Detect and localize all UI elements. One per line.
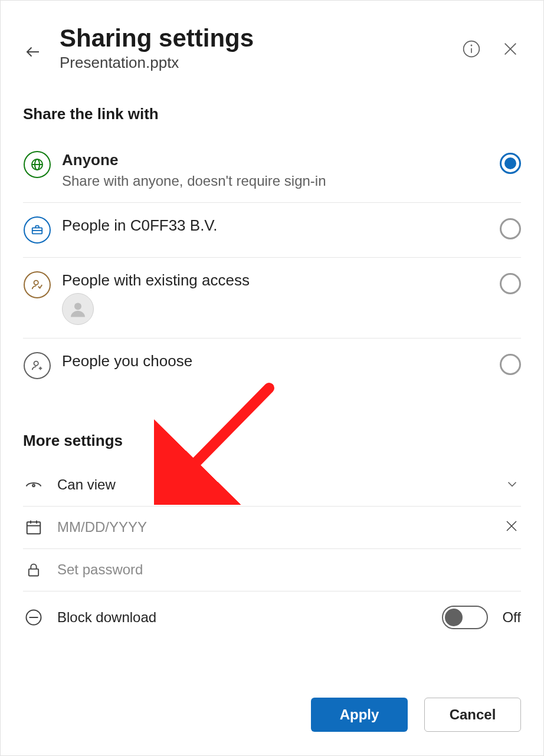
option-body: People in C0FF33 B.V. — [62, 216, 489, 236]
expiration-date-field[interactable] — [23, 507, 521, 549]
block-download-row: Block download Off — [23, 596, 521, 639]
option-subtitle: Share with anyone, doesn't require sign-… — [62, 173, 489, 189]
share-option-existing[interactable]: People with existing access — [23, 258, 521, 338]
lock-icon — [23, 561, 44, 578]
briefcase-icon — [23, 216, 51, 244]
option-title: Anyone — [62, 150, 489, 170]
option-title: People with existing access — [62, 271, 489, 291]
more-settings-heading: More settings — [23, 432, 521, 450]
permission-dropdown[interactable]: Can view — [23, 464, 521, 507]
svg-rect-29 — [29, 569, 38, 576]
password-input[interactable] — [57, 561, 521, 578]
svg-rect-17 — [27, 522, 41, 534]
radio-org[interactable] — [500, 218, 521, 239]
title-block: Sharing settings Presentation.pptx — [60, 24, 444, 72]
back-button[interactable] — [23, 42, 43, 62]
radio-anyone[interactable] — [500, 153, 521, 174]
share-option-anyone[interactable]: Anyone Share with anyone, doesn't requir… — [23, 137, 521, 203]
option-body: People with existing access — [62, 271, 489, 325]
person-plus-icon — [23, 351, 51, 380]
toggle-knob — [445, 609, 463, 626]
block-download-toggle[interactable] — [442, 606, 488, 629]
svg-point-3 — [471, 45, 471, 45]
option-body: Anyone Share with anyone, doesn't requir… — [62, 150, 489, 189]
avatar — [62, 293, 94, 325]
more-settings: More settings Can view — [23, 432, 521, 639]
svg-point-12 — [74, 303, 81, 310]
block-download-icon — [23, 609, 44, 626]
password-field-row[interactable] — [23, 549, 521, 591]
share-option-list: Anyone Share with anyone, doesn't requir… — [23, 137, 521, 393]
option-title: People you choose — [62, 351, 489, 372]
clear-icon — [504, 519, 519, 533]
toggle-state-label: Off — [502, 609, 521, 626]
person-check-icon — [23, 271, 51, 299]
block-download-label: Block download — [57, 609, 429, 626]
apply-button[interactable]: Apply — [311, 698, 408, 732]
clear-date-button[interactable] — [504, 519, 521, 535]
header: Sharing settings Presentation.pptx — [23, 24, 521, 72]
footer: Apply Cancel — [23, 698, 521, 732]
option-body: People you choose — [62, 351, 489, 372]
info-button[interactable] — [461, 38, 482, 60]
radio-choose[interactable] — [500, 354, 521, 375]
permission-label: Can view — [57, 476, 491, 493]
calendar-icon — [23, 518, 44, 536]
filename: Presentation.pptx — [60, 54, 444, 72]
page-title: Sharing settings — [60, 24, 444, 52]
close-icon — [502, 41, 519, 57]
globe-icon — [23, 150, 51, 179]
radio-existing[interactable] — [500, 273, 521, 294]
sharing-settings-dialog: Sharing settings Presentation.pptx Share… — [0, 0, 544, 756]
share-with-heading: Share the link with — [23, 105, 521, 123]
svg-point-11 — [34, 280, 38, 284]
svg-point-13 — [34, 361, 38, 365]
header-actions — [461, 38, 521, 60]
svg-point-16 — [32, 484, 35, 487]
info-icon — [462, 40, 481, 58]
cancel-button[interactable]: Cancel — [424, 698, 521, 732]
chevron-down-icon — [504, 476, 521, 493]
close-button[interactable] — [500, 38, 521, 60]
back-arrow-icon — [24, 43, 42, 61]
date-input[interactable] — [57, 519, 491, 535]
share-option-org[interactable]: People in C0FF33 B.V. — [23, 203, 521, 258]
share-option-choose[interactable]: People you choose — [23, 338, 521, 393]
block-download-toggle-wrap: Off — [442, 606, 521, 629]
option-title: People in C0FF33 B.V. — [62, 216, 489, 236]
eye-icon — [23, 476, 44, 494]
